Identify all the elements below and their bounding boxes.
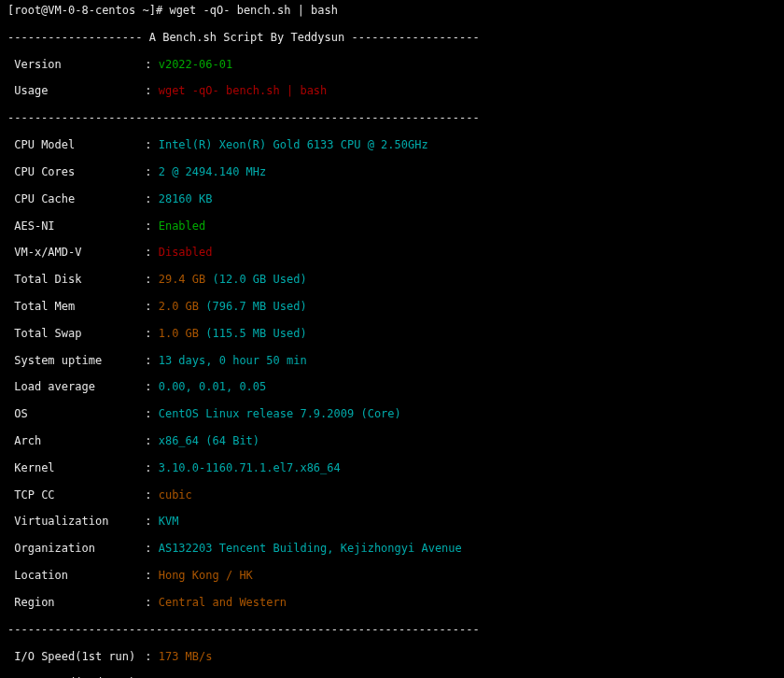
rule: ----------------------------------------… (7, 111, 777, 124)
label: Location (14, 569, 145, 582)
value: 0.00, 0.01, 0.05 (159, 380, 267, 393)
header-line: -------------------- A Bench.sh Script B… (7, 31, 777, 44)
sys-row: CPU Cores: 2 @ 2494.140 MHz (7, 165, 777, 178)
terminal[interactable]: [root@VM-0-8-centos ~]# wget -qO- bench.… (0, 0, 784, 678)
value: CentOS Linux release 7.9.2009 (Core) (159, 407, 401, 420)
label: VM-x/AMD-V (14, 246, 145, 259)
sys-row: Location: Hong Kong / HK (7, 569, 777, 582)
sys-row: VM-x/AMD-V: Disabled (7, 246, 777, 259)
meta-version: Version: v2022-06-01 (7, 58, 777, 71)
rule: ----------------------------------------… (7, 623, 777, 636)
value: 3.10.0-1160.71.1.el7.x86_64 (159, 461, 341, 474)
label: OS (14, 407, 145, 420)
value: Hong Kong / HK (159, 569, 253, 582)
value: wget -qO- bench.sh | bash (159, 84, 328, 97)
label: Total Mem (14, 300, 145, 313)
meta-usage: Usage: wget -qO- bench.sh | bash (7, 84, 777, 97)
value: AS132203 Tencent Building, Kejizhongyi A… (159, 542, 462, 555)
shell-prompt: [root@VM-0-8-centos ~]# (7, 4, 162, 17)
label: Total Disk (14, 273, 145, 286)
value: 29.4 GB (159, 273, 206, 286)
value: 1.0 GB (159, 327, 199, 340)
io-row: I/O Speed(1st run): 173 MB/s (7, 650, 777, 663)
value: 173 MB/s (159, 650, 213, 663)
value-extra: (115.5 MB Used) (205, 327, 306, 340)
value: Disabled (159, 246, 213, 259)
label: AES-NI (14, 219, 145, 233)
label: Region (14, 596, 145, 609)
sys-row: Total Disk: 29.4 GB (12.0 GB Used) (7, 273, 777, 286)
label: System uptime (14, 354, 145, 367)
label: Usage (14, 84, 145, 97)
sys-row: Arch: x86_64 (64 Bit) (7, 434, 777, 447)
value: x86_64 (64 Bit) (159, 434, 259, 447)
sys-row: Organization: AS132203 Tencent Building,… (7, 542, 777, 555)
sys-row: Total Swap: 1.0 GB (115.5 MB Used) (7, 327, 777, 340)
sys-row: Virtualization: KVM (7, 515, 777, 528)
sys-row: CPU Model: Intel(R) Xeon(R) Gold 6133 CP… (7, 138, 777, 151)
value-extra: (12.0 GB Used) (213, 273, 307, 286)
sys-row: Load average: 0.00, 0.01, 0.05 (7, 380, 777, 393)
label: Kernel (14, 461, 145, 474)
value: 28160 KB (159, 192, 213, 205)
value: 2 @ 2494.140 MHz (159, 165, 267, 178)
value: Intel(R) Xeon(R) Gold 6133 CPU @ 2.50GHz (159, 138, 428, 151)
sys-row: Region: Central and Western (7, 596, 777, 609)
label: CPU Model (14, 138, 145, 151)
label: Arch (14, 434, 145, 447)
sys-row: System uptime: 13 days, 0 hour 50 min (7, 354, 777, 367)
value: v2022-06-01 (159, 58, 232, 71)
sys-row: AES-NI: Enabled (7, 219, 777, 233)
sys-row: Total Mem: 2.0 GB (796.7 MB Used) (7, 300, 777, 313)
label: Total Swap (14, 327, 145, 340)
value: cubic (159, 488, 192, 501)
value: Central and Western (159, 596, 287, 609)
value: Enabled (159, 219, 206, 233)
label: CPU Cache (14, 192, 145, 205)
label: Load average (14, 380, 145, 393)
label: TCP CC (14, 488, 145, 501)
value-extra: (796.7 MB Used) (205, 300, 306, 313)
label: Organization (14, 542, 145, 555)
sys-row: TCP CC: cubic (7, 488, 777, 501)
command-text: wget -qO- bench.sh | bash (169, 4, 338, 17)
label: I/O Speed(1st run) (14, 650, 145, 663)
value: KVM (159, 515, 179, 528)
sys-row: CPU Cache: 28160 KB (7, 192, 777, 205)
prompt-line: [root@VM-0-8-centos ~]# wget -qO- bench.… (7, 4, 777, 17)
value: 2.0 GB (159, 300, 199, 313)
value: 13 days, 0 hour 50 min (159, 354, 307, 367)
label: Version (14, 58, 145, 71)
label: CPU Cores (14, 165, 145, 178)
label: Virtualization (14, 515, 145, 528)
sys-row: OS: CentOS Linux release 7.9.2009 (Core) (7, 407, 777, 420)
sys-row: Kernel: 3.10.0-1160.71.1.el7.x86_64 (7, 461, 777, 474)
